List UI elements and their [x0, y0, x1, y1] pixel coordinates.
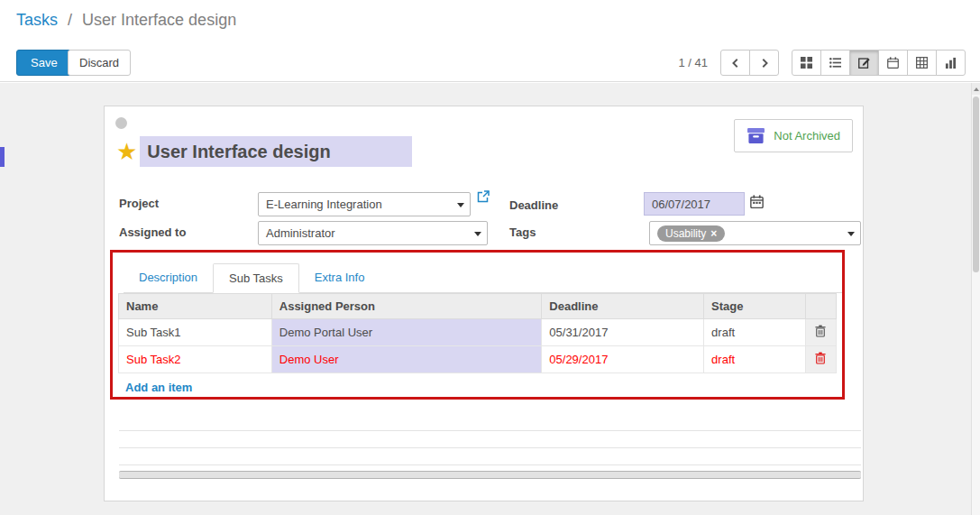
project-select-value: E-Learning Integration	[266, 198, 382, 211]
cell-assigned-person[interactable]: Demo User	[271, 346, 542, 373]
column-header-deadline[interactable]: Deadline	[542, 294, 704, 319]
column-header-stage[interactable]: Stage	[704, 294, 806, 319]
task-title-input[interactable]	[140, 136, 412, 167]
breadcrumb-separator: /	[68, 11, 72, 29]
column-header-name[interactable]: Name	[119, 294, 272, 319]
trash-icon	[815, 325, 826, 337]
view-kanban-button[interactable]	[792, 50, 821, 76]
archive-state-label: Not Archived	[774, 129, 840, 143]
left-edge-marker-purple	[0, 147, 5, 167]
empty-line	[119, 414, 861, 431]
cell-name[interactable]: Sub Task2	[119, 346, 272, 373]
status-circle	[115, 117, 127, 129]
empty-line	[119, 448, 861, 465]
chevron-down-icon	[847, 232, 855, 236]
deadline-field-label: Deadline	[509, 198, 558, 212]
view-graph-button[interactable]	[936, 50, 966, 76]
delete-row-button[interactable]	[805, 346, 836, 373]
breadcrumb-tasks-link[interactable]: Tasks	[16, 11, 58, 29]
save-button[interactable]: Save	[16, 50, 72, 76]
scrollbar-thumb[interactable]	[973, 97, 979, 272]
project-select[interactable]: E-Learning Integration	[258, 192, 471, 216]
table-row: Sub Task1 Demo Portal User 05/31/2017 dr…	[119, 319, 837, 346]
tab-sub-tasks[interactable]: Sub Tasks	[213, 263, 299, 293]
deadline-date-input[interactable]	[644, 192, 745, 216]
view-switcher	[792, 50, 966, 76]
breadcrumb-current-record: User Interface design	[82, 11, 236, 29]
tag-pill: Usability ×	[657, 225, 725, 242]
delete-row-button[interactable]	[805, 319, 836, 346]
table-row: Sub Task2 Demo User 05/29/2017 draft	[119, 346, 837, 373]
task-form-sheet: ★ Not Archived Project E-Learning Integr…	[104, 106, 864, 501]
calendar-icon	[887, 57, 899, 69]
tags-field-label: Tags	[509, 225, 536, 239]
pager-and-views: 1 / 41	[678, 50, 966, 76]
list-icon	[829, 57, 841, 69]
cell-name[interactable]: Sub Task1	[119, 319, 272, 346]
form-edit-icon	[858, 57, 870, 69]
notebook-tabs: Description Sub Tasks Extra Info	[124, 263, 842, 293]
column-header-actions	[805, 294, 836, 319]
subtasks-table: Name Assigned Person Deadline Stage Sub …	[118, 293, 837, 373]
pivot-table-icon	[916, 57, 928, 69]
tab-description[interactable]: Description	[124, 263, 213, 292]
archive-box-icon	[746, 126, 765, 145]
bar-chart-icon	[945, 57, 957, 69]
discard-button[interactable]: Discard	[68, 50, 131, 76]
content-area: ★ Not Archived Project E-Learning Integr…	[0, 83, 971, 515]
project-field-label: Project	[119, 197, 159, 210]
control-bar: Save Discard 1 / 41	[0, 43, 980, 82]
app-window: Tasks / User Interface design Save Disca…	[0, 0, 980, 515]
pager-next-button[interactable]	[749, 50, 779, 76]
horizontal-scrollbar[interactable]	[119, 471, 861, 479]
tag-pill-label: Usability	[665, 227, 706, 240]
empty-list-lines	[119, 414, 861, 465]
assigned-to-select[interactable]: Administrator	[258, 221, 488, 245]
chevron-left-icon	[730, 58, 741, 69]
view-form-button[interactable]	[849, 50, 879, 76]
breadcrumb: Tasks / User Interface design	[16, 11, 236, 30]
vertical-scrollbar[interactable]	[971, 83, 980, 515]
pager-nav-group	[720, 50, 779, 76]
column-header-assigned-person[interactable]: Assigned Person	[271, 294, 542, 319]
priority-star-icon[interactable]: ★	[116, 140, 137, 163]
view-pivot-button[interactable]	[907, 50, 937, 76]
trash-icon	[815, 352, 826, 364]
view-calendar-button[interactable]	[878, 50, 908, 76]
title-row: ★	[116, 136, 412, 167]
empty-line	[119, 431, 861, 448]
subtasks-header-row: Name Assigned Person Deadline Stage	[119, 294, 837, 319]
scroll-up-arrow-icon	[974, 87, 979, 91]
top-bar: Tasks / User Interface design	[0, 0, 980, 43]
tags-select[interactable]: Usability ×	[649, 221, 861, 245]
cell-stage[interactable]: draft	[704, 319, 806, 346]
tab-extra-info[interactable]: Extra Info	[299, 263, 380, 292]
pager-value[interactable]: 1 / 41	[678, 56, 708, 69]
cell-stage[interactable]: draft	[704, 346, 806, 373]
view-list-button[interactable]	[820, 50, 850, 76]
assigned-to-field-label: Assigned to	[119, 225, 186, 239]
cell-deadline[interactable]: 05/31/2017	[542, 319, 704, 346]
scroll-up-button[interactable]	[972, 83, 980, 95]
chevron-down-icon	[474, 232, 481, 236]
archive-toggle-button[interactable]: Not Archived	[734, 119, 853, 152]
assigned-to-select-value: Administrator	[266, 226, 335, 240]
cell-deadline[interactable]: 05/29/2017	[542, 346, 704, 373]
add-an-item-link[interactable]: Add an item	[113, 373, 192, 394]
tag-remove-icon[interactable]: ×	[710, 227, 717, 240]
kanban-icon	[801, 57, 812, 69]
external-link-icon[interactable]	[477, 190, 490, 207]
cell-assigned-person[interactable]: Demo Portal User	[271, 319, 542, 346]
annotation-red-rectangle: Description Sub Tasks Extra Info Name As…	[110, 250, 845, 400]
chevron-right-icon	[759, 58, 770, 69]
chevron-down-icon	[457, 203, 464, 207]
calendar-picker-icon[interactable]	[750, 195, 764, 212]
pager-previous-button[interactable]	[720, 50, 750, 76]
